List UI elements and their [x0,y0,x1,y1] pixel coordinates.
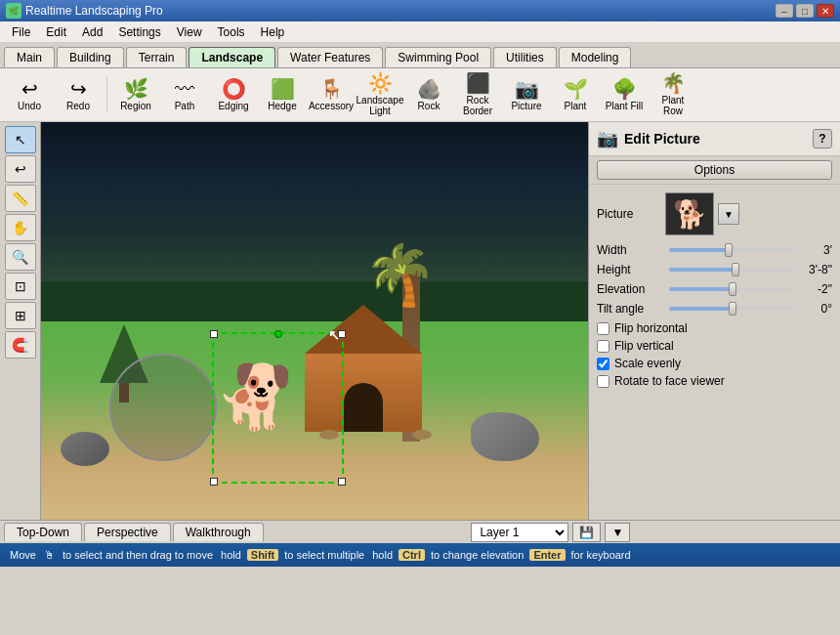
status-hold1: hold [217,549,245,561]
checkbox-scale-evenly[interactable] [597,358,609,370]
checkbox-label-flip-horizontal: Flip horizontal [614,321,688,335]
tool-hedge[interactable]: 🟩Hedge [259,72,306,117]
titlebar: 🌿 Realtime Landscaping Pro – □ ✕ [0,0,840,21]
left-tool-zoom-area[interactable]: ⊡ [5,273,36,300]
tool-path[interactable]: 〰Path [161,72,208,117]
viewport[interactable]: 🌴 🐕 ↖ [41,122,588,520]
app-title: Realtime Landscaping Pro [25,4,773,18]
tool-rock-border[interactable]: ⬛Rock Border [454,72,501,117]
view-tab-top-down[interactable]: Top-Down [4,523,82,541]
tool-plant-row[interactable]: 🌴Plant Row [650,72,696,117]
tool-redo[interactable]: ↪Redo [55,72,102,117]
plant-fill-label: Plant Fill [606,101,643,111]
tab-main[interactable]: Main [4,47,55,67]
tool-rock[interactable]: 🪨Rock [405,72,452,117]
close-button[interactable]: ✕ [817,4,834,18]
left-tool-snap[interactable]: 🧲 [5,331,36,359]
prop-value-elevation: -2" [797,282,832,296]
layer-save-button[interactable]: 💾 [572,523,601,542]
prop-slider-handle-tilt-angle[interactable] [729,302,736,316]
checkbox-row-flip-horizontal: Flip horizontal [597,321,832,335]
prop-slider-handle-elevation[interactable] [729,282,736,296]
prop-label-elevation: Elevation [597,282,665,296]
view-tab-walkthrough[interactable]: Walkthrough [173,523,264,541]
prop-slider-height[interactable] [669,268,793,272]
checkbox-flip-horizontal[interactable] [597,322,609,335]
menu-view[interactable]: View [169,23,210,41]
edging-label: Edging [218,101,248,111]
picture-dropdown-arrow[interactable]: ▼ [718,203,739,225]
main-tabbar: MainBuildingTerrainLandscapeWater Featur… [0,43,840,68]
landscape-light-label: Landscape Light [357,95,404,116]
undo-label: Undo [18,101,41,111]
status-cursor1: 🖱 [40,549,59,561]
tool-accessory[interactable]: 🪑Accessory [308,72,355,117]
status-enter-key: Enter [529,549,565,561]
redo-label: Redo [66,101,90,111]
prop-row-elevation: Elevation -2" [597,282,832,296]
rock-icon: 🪨 [417,79,441,99]
view-tab-perspective[interactable]: Perspective [84,523,171,541]
tool-undo[interactable]: ↩Undo [6,72,53,117]
minimize-button[interactable]: – [776,4,793,18]
help-button[interactable]: ? [813,129,832,148]
left-tool-grid[interactable]: ⊞ [5,302,36,329]
menu-tools[interactable]: Tools [210,23,253,41]
checkbox-label-rotate-to-face: Rotate to face viewer [614,374,725,388]
prop-slider-handle-height[interactable] [732,263,739,276]
left-tool-measure[interactable]: 📏 [5,185,36,212]
menu-help[interactable]: Help [253,23,293,41]
picture-icon: 📷 [515,79,539,99]
undo-icon: ↩ [21,79,38,99]
panel-header: 📷 Edit Picture ? [589,122,840,156]
layer-settings-button[interactable]: ▼ [605,523,630,542]
checkbox-rotate-to-face[interactable] [597,375,609,388]
tool-plant[interactable]: 🌱Plant [552,72,599,117]
tab-utilities[interactable]: Utilities [493,47,557,67]
left-tool-zoom[interactable]: 🔍 [5,243,36,271]
tool-region[interactable]: 🌿Region [112,72,159,117]
rock-border-icon: ⬛ [466,73,490,93]
tab-water-features[interactable]: Water Features [277,47,383,67]
tool-landscape-light[interactable]: 🔆Landscape Light [357,72,403,117]
options-tab-button[interactable]: Options [597,160,832,180]
tool-edging[interactable]: ⭕Edging [210,72,257,117]
menu-add[interactable]: Add [74,23,110,41]
plant-icon: 🌱 [564,79,588,99]
left-tool-pan[interactable]: ✋ [5,214,36,241]
menu-file[interactable]: File [4,23,38,41]
prop-slider-elevation[interactable] [669,287,793,291]
status-hold2: hold [368,549,397,561]
status-hint2: to select multiple [280,549,368,561]
tab-modeling[interactable]: Modeling [559,47,632,67]
status-hint3: to change elevation [427,549,527,561]
landscape-light-icon: 🔆 [368,73,393,93]
menu-edit[interactable]: Edit [38,23,74,41]
prop-value-tilt-angle: 0° [797,302,832,316]
menu-settings[interactable]: Settings [110,23,168,41]
prop-row-tilt-angle: Tilt angle 0° [597,302,832,316]
picture-thumbnail: 🐕 [665,192,714,235]
tab-landscape[interactable]: Landscape [189,47,275,67]
checkbox-label-scale-evenly: Scale evenly [614,357,681,370]
left-tool-select[interactable]: ↖ [5,126,36,153]
prop-slider-handle-width[interactable] [725,243,733,257]
maximize-button[interactable]: □ [796,4,814,18]
tab-swimming-pool[interactable]: Swimming Pool [385,47,491,67]
tool-plant-fill[interactable]: 🌳Plant Fill [601,72,648,117]
plant-label: Plant [565,101,587,111]
tab-building[interactable]: Building [57,47,124,67]
tab-terrain[interactable]: Terrain [126,47,188,67]
plant-fill-icon: 🌳 [612,79,637,99]
panel-options-section: Options [589,156,840,185]
rock-label: Rock [418,101,441,111]
prop-row-height: Height 3'-8" [597,263,832,276]
tool-picture[interactable]: 📷Picture [503,72,550,117]
checkbox-flip-vertical[interactable] [597,340,609,353]
layer-select[interactable]: Layer 1Layer 2Layer 3 [471,523,568,542]
left-toolbar: ↖↩📏✋🔍⊡⊞🧲 [0,122,41,520]
redo-icon: ↪ [70,79,87,99]
left-tool-undo-left[interactable]: ↩ [5,155,36,183]
prop-slider-width[interactable] [669,248,793,252]
prop-slider-tilt-angle[interactable] [669,307,793,311]
